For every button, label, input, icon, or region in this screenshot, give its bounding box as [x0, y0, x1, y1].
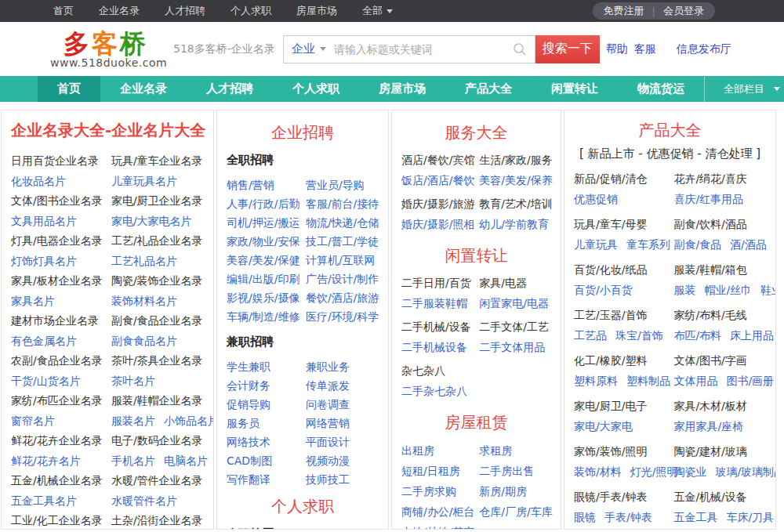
category-link[interactable]: 餐饮/酒店/旅游 — [306, 291, 379, 304]
category-link[interactable]: 布匹/布料 — [673, 329, 721, 342]
nav-item[interactable]: 房屋市场 — [359, 76, 445, 102]
category-link[interactable]: 服装 — [673, 284, 695, 296]
category-name[interactable]: 家纺/布匹企业名录 — [11, 391, 111, 411]
category-link[interactable]: 床上用品 — [730, 329, 774, 342]
category-link[interactable]: 玻璃/玻璃制品 — [715, 465, 776, 478]
nav-item[interactable]: 物流货运 — [618, 76, 704, 102]
category-link[interactable]: 鲜花/花卉名片 — [11, 454, 81, 467]
category-name[interactable]: 电子/数码企业名录 — [111, 431, 204, 451]
category-link[interactable]: 家用家具/座椅 — [673, 420, 743, 432]
search-input[interactable] — [332, 42, 508, 56]
category-name[interactable]: 家饰/装饰/照明 — [574, 442, 673, 461]
topbar-link[interactable]: 个人求职 — [230, 4, 271, 18]
category-link[interactable]: 服务员 — [227, 417, 260, 429]
category-name[interactable]: 酒店/餐饮/宾馆 — [401, 150, 479, 170]
category-link[interactable]: 促销导购 — [227, 398, 270, 411]
category-link[interactable]: 手机名片 — [111, 454, 155, 467]
category-link[interactable]: 二手房出售 — [479, 465, 534, 477]
topbar-link[interactable]: 房屋市场 — [296, 4, 337, 18]
category-link[interactable]: 茶叶名片 — [111, 375, 155, 387]
category-name[interactable]: 工艺/礼品企业名录 — [111, 231, 204, 251]
register-link[interactable]: 免费注册 — [604, 4, 644, 18]
category-link[interactable]: 喜庆/红事用品 — [673, 193, 743, 205]
category-link[interactable]: 影视/娱乐/摄像 — [227, 291, 299, 304]
nav-item[interactable]: 产品大全 — [445, 76, 532, 102]
category-name[interactable]: 家具/板材企业名录 — [11, 271, 111, 291]
category-link[interactable]: 幼儿/学前教育 — [479, 218, 549, 230]
help-link[interactable]: 帮助 — [606, 42, 628, 56]
category-link[interactable]: 童车系列 — [626, 238, 670, 251]
category-name[interactable]: 二手文体/工艺 — [479, 317, 551, 337]
category-link[interactable]: 车床/刀具 — [726, 511, 774, 523]
category-link[interactable]: 灯饰灯具名片 — [11, 255, 77, 267]
category-name[interactable]: 副食/饮料/酒品 — [673, 215, 766, 234]
publish-info-link[interactable]: 信息发布厅 — [677, 42, 731, 56]
category-name[interactable]: 五金/机械企业名录 — [11, 471, 111, 490]
search-category-dropdown[interactable]: 企业 — [292, 42, 332, 56]
category-name[interactable]: 眼镜/手表/钟表 — [574, 487, 673, 507]
category-link[interactable]: 二手服装鞋帽 — [401, 297, 467, 309]
category-name[interactable]: 玩具/童车企业名录 — [111, 151, 204, 171]
topbar-link[interactable]: 企业名录 — [99, 4, 140, 18]
category-link[interactable]: 写作翻译 — [227, 473, 270, 486]
site-logo[interactable]: 多客桥 www.518duoke.com — [50, 30, 162, 69]
category-name[interactable]: 鲜花/花卉企业名录 — [11, 431, 111, 451]
category-link[interactable]: 视频动漫 — [306, 454, 350, 467]
category-link[interactable]: 干货/山货名片 — [11, 375, 81, 387]
category-name[interactable]: 五金/机械/设备 — [673, 487, 766, 507]
category-link[interactable]: 服装名片 — [111, 414, 155, 427]
category-link[interactable]: 珠宝/首饰 — [615, 329, 663, 342]
category-link[interactable]: 家电/大家电 — [574, 420, 633, 432]
category-name[interactable]: 二手日用/百货 — [401, 273, 479, 293]
category-link[interactable]: 工艺礼品名片 — [111, 255, 177, 267]
search-button[interactable]: 搜索一下 — [535, 35, 600, 63]
category-link[interactable]: 文具用品名片 — [11, 215, 77, 227]
category-link[interactable]: 网络营销 — [306, 417, 350, 429]
category-link[interactable]: 塑料原料 — [574, 375, 618, 387]
category-link[interactable]: 窗帘名片 — [11, 414, 55, 427]
category-link[interactable]: 有色金属名片 — [11, 335, 77, 347]
category-name[interactable]: 化工/橡胶/塑料 — [574, 351, 673, 371]
category-link[interactable]: 婚庆/摄影/照相 — [401, 218, 474, 230]
category-link[interactable]: 技师技工 — [306, 473, 350, 486]
category-link[interactable]: 兼职业务 — [306, 360, 350, 373]
category-name[interactable]: 新品/促销/清仓 — [574, 169, 673, 189]
category-link[interactable]: 小饰品名片 — [164, 414, 214, 427]
category-link[interactable]: 眼镜 — [574, 511, 596, 523]
category-name[interactable]: 服装/鞋帽企业名录 — [111, 391, 204, 411]
nav-item[interactable]: 个人求职 — [273, 76, 359, 102]
category-link[interactable]: 平面设计 — [306, 436, 350, 448]
category-link[interactable]: 电脑名片 — [164, 454, 208, 467]
category-name[interactable]: 工艺/玉器/首饰 — [574, 306, 673, 325]
category-name[interactable]: 陶瓷/装饰企业名录 — [111, 271, 204, 291]
category-link[interactable]: CAD制图 — [227, 454, 272, 467]
category-name[interactable]: 土杂/沿街企业名录 — [111, 511, 204, 530]
category-link[interactable]: 饭店/酒店/餐饮 — [401, 174, 474, 186]
category-link[interactable]: 医疗/环境/科学 — [306, 310, 379, 323]
nav-item[interactable]: 人才招聘 — [187, 76, 273, 102]
category-name[interactable]: 建材市场企业名录 — [11, 311, 111, 331]
category-link[interactable]: 塑料制品 — [626, 375, 670, 387]
category-link[interactable]: 人事/行政/后勤 — [227, 197, 299, 210]
category-link[interactable]: 副食食品名片 — [111, 335, 177, 347]
category-link[interactable]: 物流/快递/仓储 — [306, 216, 379, 229]
category-link[interactable]: 土地/林地/其它 — [401, 526, 474, 530]
category-link[interactable]: 问卷调查 — [306, 398, 350, 411]
category-name[interactable]: 玩具/童车/母婴 — [574, 215, 673, 234]
category-name[interactable]: 家具/木材/板材 — [673, 396, 766, 416]
category-link[interactable]: 编辑/出版/印刷 — [227, 273, 299, 285]
login-link[interactable]: 会员登录 — [663, 4, 704, 18]
category-link[interactable]: 酒/酒品 — [730, 238, 767, 251]
category-link[interactable]: 客服/前台/接待 — [306, 197, 379, 210]
category-link[interactable]: 工艺品 — [574, 329, 607, 342]
category-name[interactable]: 杂七杂八 — [401, 361, 479, 381]
category-link[interactable]: 水暖管件名片 — [111, 494, 177, 507]
category-link[interactable]: 传单派发 — [306, 379, 350, 392]
category-link[interactable]: 司机/押运/搬运 — [227, 216, 299, 229]
category-link[interactable]: 销售/营销 — [227, 179, 274, 191]
category-name[interactable]: 百货/化妆/纸品 — [574, 260, 673, 280]
category-link[interactable]: 技工/普工/学徒 — [306, 235, 379, 248]
category-link[interactable]: 商铺/办公/柜台 — [401, 505, 474, 518]
category-link[interactable]: 家电/大家电名片 — [111, 215, 192, 227]
category-name[interactable]: 文体/图书企业名录 — [11, 191, 111, 211]
